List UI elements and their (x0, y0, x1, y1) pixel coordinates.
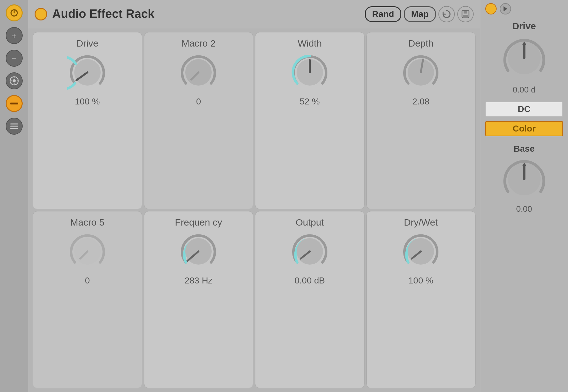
add-icon[interactable]: + (6, 27, 23, 44)
macro-label-drywet: Dry/Wet (404, 217, 438, 228)
mute-icon[interactable] (6, 95, 23, 112)
color-button[interactable]: Color (485, 121, 563, 136)
macro-value-output: 0.00 dB (294, 276, 325, 286)
macro-label-output: Output (296, 217, 324, 228)
svg-point-3 (13, 79, 16, 82)
right-dot (485, 3, 497, 14)
knob-macro2[interactable] (178, 52, 219, 93)
knob-width[interactable] (289, 52, 330, 93)
macro-label-width: Width (298, 38, 322, 49)
rack-header: Audio Effect Rack Rand Map (28, 0, 480, 28)
sidebar: + − (0, 0, 28, 392)
macro-label-drive: Drive (76, 38, 98, 49)
macro-label-macro5: Macro 5 (70, 217, 104, 228)
right-play-button[interactable] (500, 3, 511, 14)
macro-value-depth: 2.08 (412, 97, 430, 107)
knob-drive[interactable] (67, 52, 108, 93)
macro-label-depth: Depth (408, 38, 433, 49)
macro-label-frequency: Frequen cy (175, 217, 222, 228)
macro-cell-output[interactable]: Output 0.00 dB (255, 211, 365, 388)
knob-depth[interactable] (400, 52, 441, 93)
knob-output[interactable] (289, 231, 330, 272)
macro-value-frequency: 283 Hz (185, 276, 213, 286)
macro-cell-frequency[interactable]: Frequen cy 283 Hz (144, 211, 253, 388)
knob-frequency[interactable] (178, 231, 219, 272)
main-container: + − (0, 0, 568, 392)
macro-label-macro2: Macro 2 (181, 38, 215, 49)
refresh-icon[interactable] (438, 6, 455, 22)
macro-cell-macro5[interactable]: Macro 5 0 (33, 211, 142, 388)
power-icon[interactable] (6, 4, 23, 21)
remove-icon[interactable]: − (6, 50, 23, 67)
macro-cell-drywet[interactable]: Dry/Wet 100 % (366, 211, 476, 388)
macro-value-drywet: 100 % (409, 276, 433, 286)
save-icon[interactable] (457, 6, 474, 22)
right-panel: Drive 0.00 d DC Color Base (480, 0, 568, 392)
right-drive-knob[interactable] (499, 33, 549, 83)
right-base-value: 0.00 (516, 204, 532, 214)
macro-cell-macro2[interactable]: Macro 2 0 (144, 32, 253, 209)
right-base-label: Base (514, 144, 535, 154)
dc-button[interactable]: DC (485, 102, 563, 117)
macro-value-drive: 100 % (75, 97, 100, 107)
macro-value-width: 52 % (300, 97, 320, 107)
right-drive-area: Drive 0.00 d (485, 21, 563, 95)
svg-rect-8 (10, 103, 18, 104)
right-drive-value: 0.00 d (513, 85, 535, 95)
right-base-knob[interactable] (499, 154, 549, 204)
knob-drywet[interactable] (400, 231, 441, 272)
macro-cell-drive[interactable]: Drive 100 % (33, 32, 142, 209)
header-buttons: Rand Map (365, 6, 474, 22)
macro-cell-depth[interactable]: Depth 2.08 (366, 32, 476, 209)
svg-marker-31 (504, 6, 507, 11)
knob-macro5[interactable] (67, 231, 108, 272)
macro-grid: Drive 100 % Macro (28, 28, 480, 392)
svg-rect-14 (463, 15, 468, 18)
rand-button[interactable]: Rand (365, 6, 401, 22)
list-icon[interactable] (6, 118, 23, 135)
macro-value-macro5: 0 (85, 276, 90, 286)
macro-cell-width[interactable]: Width 52 % (255, 32, 365, 209)
map-button[interactable]: Map (404, 6, 436, 22)
right-drive-label: Drive (512, 21, 536, 31)
rack-title-dot (35, 8, 47, 20)
svg-rect-13 (464, 11, 467, 14)
rack-area: Audio Effect Rack Rand Map (28, 0, 480, 392)
snapshot-icon[interactable] (6, 72, 23, 89)
right-panel-header (485, 3, 563, 14)
right-base-area: Base 0.00 (485, 141, 563, 214)
rack-title: Audio Effect Rack (52, 7, 360, 21)
macro-value-macro2: 0 (196, 97, 201, 107)
